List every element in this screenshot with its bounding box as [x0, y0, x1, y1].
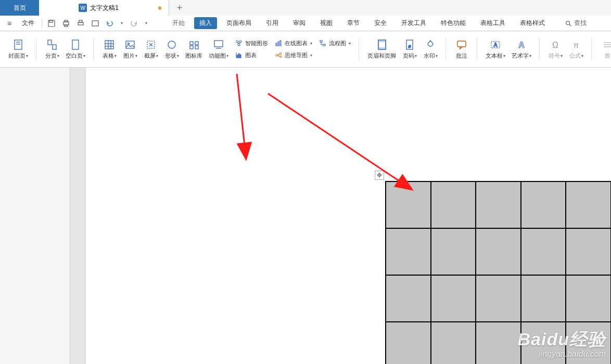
equation-icon: π [570, 38, 582, 51]
picture-button[interactable]: 图片▾ [120, 37, 141, 61]
navigation-panel[interactable] [0, 68, 70, 364]
svg-rect-7 [92, 21, 98, 26]
redo-icon[interactable] [129, 18, 139, 29]
menu-view[interactable]: 视图 [315, 17, 338, 29]
svg-point-8 [566, 21, 570, 24]
menu-references[interactable]: 引用 [261, 17, 284, 29]
undo-dropdown-icon[interactable]: ▾ [119, 18, 124, 29]
svg-rect-12 [48, 40, 52, 45]
page-break-icon [46, 38, 58, 51]
page-break-button[interactable]: 分页▾ [42, 37, 62, 61]
svg-point-29 [236, 41, 238, 43]
svg-rect-26 [190, 46, 193, 49]
svg-rect-33 [238, 54, 239, 58]
options-icon[interactable] [90, 18, 100, 29]
tab-home[interactable]: 首页 [0, 0, 39, 16]
online-chart-button[interactable]: 在线图表▾ [271, 38, 315, 48]
svg-text:A: A [518, 41, 525, 49]
menu-start[interactable]: 开始 [167, 17, 190, 29]
svg-rect-28 [214, 41, 223, 47]
tab-document-title: 文字文稿1 [90, 4, 119, 12]
new-tab-button[interactable]: + [169, 0, 190, 16]
menu-dev-tools[interactable]: 开发工具 [396, 17, 431, 29]
svg-rect-15 [105, 41, 113, 49]
hamburger-icon[interactable]: ≡ [4, 18, 15, 29]
save-icon[interactable] [46, 18, 57, 29]
file-menu[interactable]: 文件 [19, 17, 37, 29]
svg-rect-14 [72, 40, 79, 49]
more-qa-icon[interactable]: ▾ [143, 18, 149, 29]
search-icon [565, 20, 572, 27]
smart-shape-icon [235, 39, 243, 47]
print-icon[interactable] [75, 18, 86, 29]
svg-rect-9 [15, 40, 22, 49]
table-button[interactable]: 表格▾ [99, 37, 120, 61]
svg-text:Ω: Ω [552, 41, 558, 49]
svg-point-38 [276, 54, 278, 56]
func-chart-button[interactable]: 功能图▾ [206, 37, 232, 61]
page-number-button[interactable]: # 页码▾ [399, 37, 420, 61]
symbol-icon: Ω [549, 38, 562, 51]
svg-line-58 [237, 74, 245, 146]
wordart-button[interactable]: A 艺术字▾ [508, 37, 534, 61]
header-footer-button[interactable]: 页眉和页脚 [364, 37, 399, 61]
svg-point-40 [280, 56, 282, 58]
inserted-table[interactable] [385, 181, 611, 364]
icon-lib-button[interactable]: 图标库 [182, 37, 206, 61]
textbox-button[interactable]: A 文本框▾ [482, 37, 508, 61]
mindmap-icon [274, 51, 283, 59]
svg-rect-6 [79, 20, 82, 22]
comment-button[interactable]: 批注 [451, 37, 472, 61]
picture-icon [124, 38, 136, 51]
menu-page-layout[interactable]: 页面布局 [221, 17, 257, 29]
menu-table-tools[interactable]: 表格工具 [475, 17, 511, 29]
menu-insert[interactable]: 插入 [194, 17, 217, 29]
textbox-icon: A [489, 38, 502, 51]
chart-button[interactable]: 图表 [232, 50, 271, 60]
more-ribbon-button[interactable]: 首 [597, 37, 611, 61]
screenshot-button[interactable]: 截屏▾ [141, 37, 161, 61]
svg-rect-32 [237, 55, 238, 58]
search-button[interactable]: 查找 [565, 19, 587, 28]
equation-button[interactable]: π 公式▾ [566, 37, 587, 61]
menu-chapter[interactable]: 章节 [342, 17, 365, 29]
table-move-handle-icon[interactable]: ✥ [375, 171, 384, 180]
menu-special[interactable]: 特色功能 [436, 17, 471, 29]
topbar: ≡ 文件 ▾ ▾ 开始 插入 页面布局 引用 审阅 视图 章节 安全 开发工具 … [0, 16, 611, 31]
online-chart-icon [274, 39, 283, 47]
smart-shape-button[interactable]: 智能图形 [232, 38, 271, 48]
tab-document[interactable]: W 文字文稿1 ● [39, 0, 169, 16]
ribbon: 封面页▾ 分页▾ 空白页▾ 表格▾ 图片▾ 截屏▾ 形状▾ [0, 31, 611, 68]
comment-icon [455, 38, 468, 51]
table-icon [103, 38, 116, 51]
menu-table-style[interactable]: 表格样式 [515, 17, 550, 29]
note-anchor [259, 70, 266, 77]
screenshot-icon [145, 38, 157, 51]
watermark-button[interactable]: 水印▾ [420, 37, 441, 61]
header-footer-icon [376, 38, 388, 51]
svg-line-59 [268, 94, 401, 182]
menu-security[interactable]: 安全 [369, 17, 392, 29]
blank-page-button[interactable]: 空白页▾ [62, 37, 88, 61]
undo-icon[interactable] [105, 18, 115, 29]
svg-rect-25 [195, 42, 198, 45]
cover-page-button[interactable]: 封面页▾ [5, 37, 31, 61]
mindmap-button[interactable]: 思维导图▾ [271, 50, 315, 60]
svg-rect-41 [320, 41, 322, 42]
shapes-button[interactable]: 形状▾ [161, 37, 182, 61]
page-canvas[interactable]: ✥ + [70, 68, 611, 364]
page[interactable]: ✥ + [86, 68, 611, 364]
chart-icon [235, 51, 243, 59]
print-preview-icon[interactable] [61, 18, 71, 29]
separator [42, 19, 42, 28]
svg-rect-13 [53, 45, 56, 49]
table-object[interactable]: ✥ + [385, 181, 611, 364]
menu-review[interactable]: 审阅 [288, 17, 311, 29]
svg-point-39 [280, 53, 282, 55]
svg-text:π: π [574, 41, 579, 49]
svg-rect-27 [195, 46, 198, 49]
icon-lib-icon [188, 38, 200, 51]
flowchart-button[interactable]: 流程图▾ [315, 38, 354, 48]
svg-rect-34 [240, 55, 241, 58]
symbol-button[interactable]: Ω 符号▾ [545, 37, 566, 61]
